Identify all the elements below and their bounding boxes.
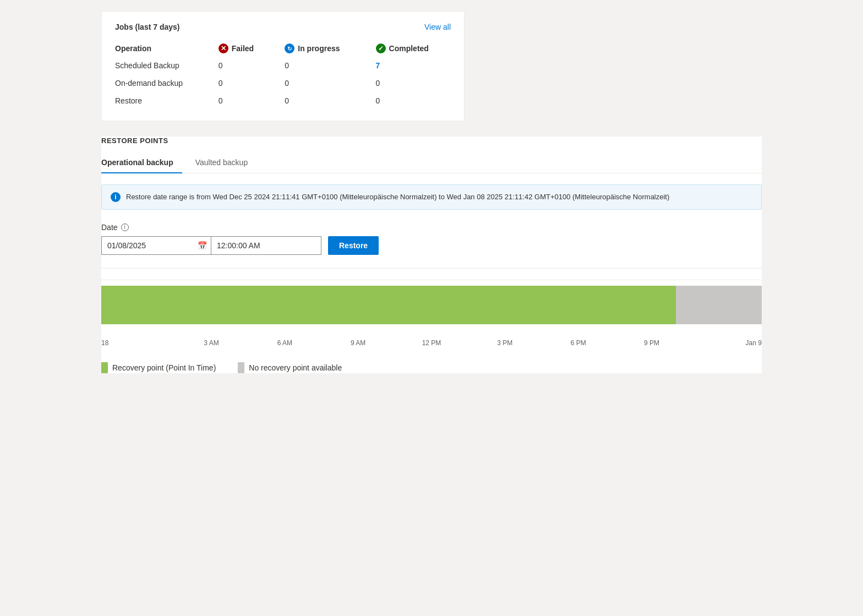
legend-item-recovery: Recovery point (Point In Time) — [101, 362, 216, 373]
timeline-label: 12 PM — [395, 339, 468, 347]
section-title: RESTORE POINTS — [101, 137, 762, 145]
cell-operation: Restore — [115, 92, 205, 110]
completed-icon: ✓ — [376, 43, 386, 53]
cell-failed: 0 — [205, 92, 272, 110]
cell-failed: 0 — [205, 57, 272, 74]
timeline-label: 3 AM — [174, 339, 248, 347]
time-input[interactable] — [211, 236, 321, 255]
timeline-label: 6 PM — [542, 339, 615, 347]
cell-failed: 0 — [205, 74, 272, 92]
timeline-label: 9 PM — [615, 339, 688, 347]
cell-operation: Scheduled Backup — [115, 57, 205, 74]
cell-operation: On-demand backup — [115, 74, 205, 92]
info-text: Restore date range is from Wed Dec 25 20… — [126, 192, 669, 203]
restore-points-section: RESTORE POINTS Operational backup Vaulte… — [101, 137, 762, 373]
legend-no-recovery-label: No recovery point available — [249, 363, 342, 372]
calendar-icon[interactable]: 📅 — [198, 241, 207, 250]
timeline-bar-green — [101, 286, 676, 324]
cell-completed: 7 — [363, 57, 451, 74]
legend-container: Recovery point (Point In Time) No recove… — [101, 362, 762, 373]
tab-vaulted-backup[interactable]: Vaulted backup — [195, 154, 256, 173]
col-failed: ✕ Failed — [205, 40, 272, 57]
legend-dot-gray — [238, 362, 244, 373]
tabs-container: Operational backup Vaulted backup — [101, 154, 762, 173]
timeline-axis: 183 AM6 AM9 AM12 PM3 PM6 PM9 PMJan 9 — [101, 337, 762, 347]
col-inprogress: ↻ In progress — [271, 40, 362, 57]
view-all-link[interactable]: View all — [424, 23, 451, 31]
date-input-row: 📅 Restore — [101, 236, 762, 255]
timeline-label: 6 AM — [248, 339, 321, 347]
table-row: Scheduled Backup007 — [115, 57, 451, 74]
cell-inprogress: 0 — [271, 92, 362, 110]
info-icon: i — [111, 192, 121, 202]
legend-dot-green — [101, 362, 108, 373]
tab-operational-backup[interactable]: Operational backup — [101, 154, 182, 173]
timeline-label: 3 PM — [468, 339, 542, 347]
jobs-header: Jobs (last 7 days) View all — [115, 23, 451, 31]
col-completed: ✓ Completed — [363, 40, 451, 57]
cell-inprogress: 0 — [271, 57, 362, 74]
timeline-label: Jan 9 — [689, 339, 762, 347]
inprogress-icon: ↻ — [285, 43, 294, 53]
date-label: Date i — [101, 223, 762, 232]
cell-completed: 0 — [363, 74, 451, 92]
timeline-label: 9 AM — [321, 339, 395, 347]
cell-inprogress: 0 — [271, 74, 362, 92]
table-row: On-demand backup000 — [115, 74, 451, 92]
page-container: Jobs (last 7 days) View all Operation ✕ … — [101, 11, 762, 373]
timeline-chart — [101, 280, 762, 335]
restore-button[interactable]: Restore — [328, 236, 379, 255]
info-banner: i Restore date range is from Wed Dec 25 … — [101, 184, 762, 210]
jobs-title: Jobs (last 7 days) — [115, 23, 180, 31]
date-info-icon[interactable]: i — [121, 223, 129, 231]
date-input[interactable] — [101, 236, 211, 255]
legend-recovery-label: Recovery point (Point In Time) — [112, 363, 216, 372]
date-input-wrapper: 📅 — [101, 236, 211, 255]
col-operation: Operation — [115, 40, 205, 57]
date-section: Date i 📅 Restore — [101, 223, 762, 255]
jobs-card: Jobs (last 7 days) View all Operation ✕ … — [101, 11, 465, 121]
separator-line — [101, 268, 762, 269]
table-row: Restore000 — [115, 92, 451, 110]
cell-completed: 0 — [363, 92, 451, 110]
timeline-bar-gray — [676, 286, 762, 324]
jobs-table: Operation ✕ Failed ↻ In progress — [115, 40, 451, 110]
failed-icon: ✕ — [219, 43, 228, 53]
timeline-label: 18 — [101, 339, 174, 347]
legend-item-no-recovery: No recovery point available — [238, 362, 342, 373]
timeline-container: 183 AM6 AM9 AM12 PM3 PM6 PM9 PMJan 9 — [101, 268, 762, 347]
